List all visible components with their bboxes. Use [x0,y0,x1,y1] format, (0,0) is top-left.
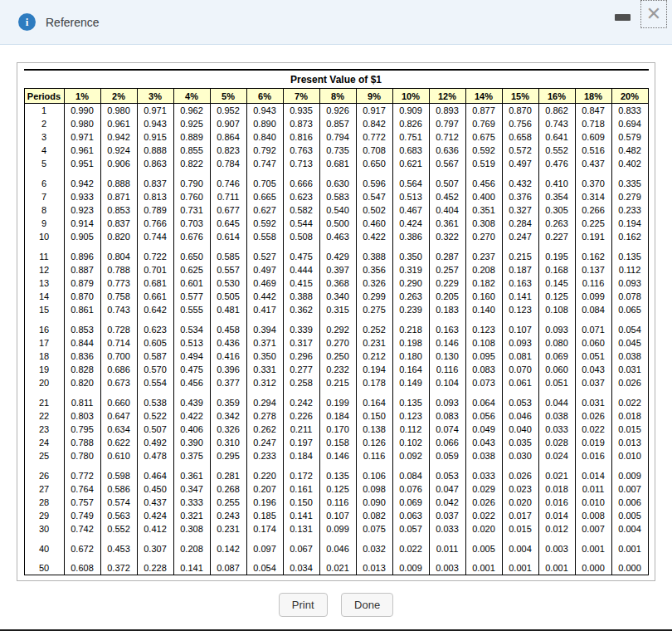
table-row: 90.9140.8370.7660.7030.6450.5920.5440.50… [24,217,648,230]
pv-factor-cell: 0.728 [100,323,137,336]
close-button[interactable]: ✕ [640,0,667,28]
pv-factor-cell: 0.045 [611,336,648,350]
pv-factor-cell: 0.308 [465,217,502,230]
table-row: 500.6080.3720.2280.1410.0870.0540.0340.0… [24,562,648,575]
pv-factor-cell: 0.410 [538,177,575,190]
pv-factor-cell: 0.195 [538,250,575,263]
pv-factor-cell: 0.095 [465,350,502,363]
pv-factor-cell: 0.368 [319,276,356,290]
pv-factor-cell: 0.026 [465,496,502,509]
pv-factor-cell: 0.005 [611,509,648,522]
pv-factor-cell: 0.275 [356,303,392,316]
pv-factor-cell: 0.225 [575,217,611,230]
pv-factor-cell: 0.924 [100,144,137,157]
table-row: 250.7800.6100.4780.3750.2950.2330.1840.1… [24,449,648,462]
period-cell: 6 [24,177,64,190]
pv-factor-cell: 0.743 [538,117,575,130]
pv-factor-cell: 0.116 [356,449,392,462]
pv-factor-cell: 0.123 [465,323,502,336]
pv-factor-cell: 0.043 [465,436,502,449]
pv-factor-cell: 0.842 [356,117,392,130]
pv-factor-cell: 0.508 [283,230,319,243]
pv-factor-cell: 0.038 [465,449,502,462]
present-value-table: Periods1%2%3%4%5%6%7%8%9%10%12%14%15%16%… [24,88,649,575]
pv-factor-cell: 0.003 [538,542,575,555]
pv-factor-cell: 0.673 [100,376,137,389]
pv-factor-cell: 0.135 [392,396,429,409]
pv-factor-cell: 0.547 [356,190,392,203]
pv-factor-cell: 0.350 [392,250,429,263]
pv-factor-cell: 0.840 [246,130,283,144]
pv-factor-cell: 0.044 [538,396,575,409]
period-cell: 17 [24,336,64,350]
pv-factor-cell: 0.527 [246,250,283,263]
pv-factor-cell: 0.361 [173,469,210,482]
pv-factor-cell: 0.333 [173,496,210,509]
pv-factor-cell: 0.016 [575,449,611,462]
pv-factor-cell: 0.519 [465,157,502,170]
pv-factor-cell: 0.069 [538,350,575,363]
period-cell: 15 [24,303,64,316]
pv-factor-cell: 0.051 [538,376,575,389]
pv-factor-cell: 0.460 [356,217,392,230]
pv-factor-cell: 0.326 [210,423,246,436]
pv-factor-cell: 0.577 [173,290,210,303]
pv-factor-cell: 0.915 [137,130,173,144]
pv-factor-cell: 0.038 [611,350,648,363]
pv-factor-cell: 0.172 [283,469,319,482]
pv-factor-cell: 0.951 [64,157,100,170]
pv-factor-cell: 0.402 [611,157,648,170]
pv-factor-cell: 0.971 [137,104,173,117]
pv-factor-cell: 0.554 [137,376,173,389]
pv-factor-cell: 0.010 [575,496,611,509]
pv-factor-cell: 0.078 [611,290,648,303]
pv-table-wrap: Present Value of $1 Periods1%2%3%4%5%6%7… [24,69,649,575]
pv-factor-cell: 0.870 [502,104,538,117]
pv-factor-cell: 0.163 [502,276,538,290]
pv-factor-cell: 0.952 [210,104,246,117]
pv-factor-cell: 0.008 [575,509,611,522]
pv-factor-cell: 0.708 [356,144,392,157]
pv-factor-cell: 0.270 [319,336,356,350]
pv-factor-cell: 0.083 [465,363,502,376]
done-button[interactable]: Done [341,593,393,617]
pv-factor-cell: 0.458 [210,323,246,336]
pv-factor-cell: 0.893 [429,104,465,117]
pv-factor-cell: 0.570 [137,363,173,376]
pv-factor-cell: 0.208 [465,263,502,276]
pv-factor-cell: 0.870 [64,290,100,303]
print-button[interactable]: Print [279,593,328,617]
pv-factor-cell: 0.053 [429,469,465,482]
pv-factor-cell: 0.215 [502,250,538,263]
pv-factor-cell: 0.051 [575,350,611,363]
pv-factor-cell: 0.197 [283,436,319,449]
pv-factor-cell: 0.042 [429,496,465,509]
pv-factor-cell: 0.142 [210,542,246,555]
pv-factor-cell: 0.386 [392,230,429,243]
period-cell: 19 [24,363,64,376]
pv-factor-cell: 0.064 [465,396,502,409]
pv-factor-cell: 0.262 [246,423,283,436]
pv-factor-cell: 0.053 [502,396,538,409]
pv-factor-cell: 0.185 [246,509,283,522]
pv-factor-cell: 0.141 [173,562,210,575]
pv-factor-cell: 0.033 [465,469,502,482]
pv-factor-cell: 0.270 [465,230,502,243]
pv-factor-cell: 0.001 [465,562,502,575]
pv-factor-cell: 0.022 [392,542,429,555]
table-row: 120.8870.7880.7010.6250.5570.4970.4440.3… [24,263,648,276]
pv-factor-cell: 0.331 [246,363,283,376]
pv-factor-cell: 0.773 [100,276,137,290]
pv-factor-cell: 0.735 [319,144,356,157]
pv-factor-cell: 0.237 [465,250,502,263]
pv-factor-cell: 0.861 [64,303,100,316]
pv-factor-cell: 0.010 [611,449,648,462]
pv-factor-cell: 0.935 [283,104,319,117]
minimize-button[interactable] [615,14,631,21]
pv-factor-cell: 0.788 [100,263,137,276]
table-row: 190.8280.6860.5700.4750.3960.3310.2770.2… [24,363,648,376]
pv-factor-cell: 0.061 [502,376,538,389]
pv-factor-cell: 0.582 [283,203,319,217]
pv-factor-cell: 0.022 [575,423,611,436]
pv-factor-cell: 0.642 [137,303,173,316]
